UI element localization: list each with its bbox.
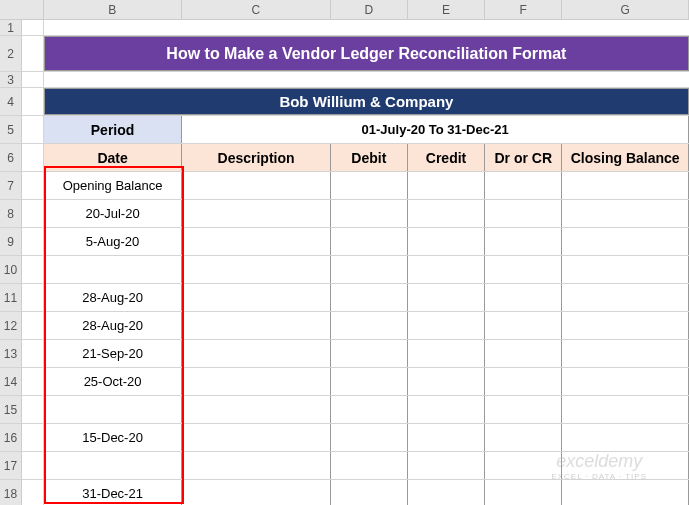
- cell-debit[interactable]: [331, 340, 408, 367]
- row-header-3[interactable]: 3: [0, 72, 22, 87]
- cell-closing[interactable]: [562, 424, 689, 451]
- cell-closing[interactable]: [562, 284, 689, 311]
- row-header-1[interactable]: 1: [0, 20, 22, 35]
- cell-description[interactable]: [182, 396, 330, 423]
- cell-dr-cr[interactable]: [485, 396, 562, 423]
- header-closing[interactable]: Closing Balance: [562, 144, 689, 171]
- cell-credit[interactable]: [408, 228, 485, 255]
- cell-date[interactable]: 31-Dec-21: [44, 480, 183, 505]
- cell-credit[interactable]: [408, 424, 485, 451]
- cell-closing[interactable]: [562, 480, 689, 505]
- row-header-16[interactable]: 16: [0, 424, 22, 451]
- column-header-e[interactable]: E: [408, 0, 485, 19]
- cell-dr-cr[interactable]: [485, 368, 562, 395]
- cell-credit[interactable]: [408, 368, 485, 395]
- row-header-4[interactable]: 4: [0, 88, 22, 115]
- cell-credit[interactable]: [408, 172, 485, 199]
- period-label-cell[interactable]: Period: [44, 116, 183, 143]
- cell-description[interactable]: [182, 368, 330, 395]
- cell-debit[interactable]: [331, 312, 408, 339]
- cell-dr-cr[interactable]: [485, 284, 562, 311]
- cell-debit[interactable]: [331, 424, 408, 451]
- cell-description[interactable]: [182, 228, 330, 255]
- cell-date[interactable]: Opening Balance: [44, 172, 183, 199]
- header-date[interactable]: Date: [44, 144, 183, 171]
- cell-credit[interactable]: [408, 312, 485, 339]
- cell-dr-cr[interactable]: [485, 200, 562, 227]
- cell-debit[interactable]: [331, 396, 408, 423]
- cell-debit[interactable]: [331, 256, 408, 283]
- header-dr-cr[interactable]: Dr or CR: [485, 144, 562, 171]
- cell-credit[interactable]: [408, 452, 485, 479]
- cell-credit[interactable]: [408, 396, 485, 423]
- cell-date[interactable]: [44, 452, 183, 479]
- header-description[interactable]: Description: [182, 144, 330, 171]
- cell-date[interactable]: 5-Aug-20: [44, 228, 183, 255]
- cell-dr-cr[interactable]: [485, 256, 562, 283]
- cell-credit[interactable]: [408, 284, 485, 311]
- column-header-d[interactable]: D: [331, 0, 408, 19]
- header-debit[interactable]: Debit: [331, 144, 408, 171]
- row-header-5[interactable]: 5: [0, 116, 22, 143]
- period-value-cell[interactable]: 01-July-20 To 31-Dec-21: [182, 116, 689, 143]
- cell-description[interactable]: [182, 480, 330, 505]
- cell-description[interactable]: [182, 312, 330, 339]
- cell-dr-cr[interactable]: [485, 172, 562, 199]
- column-header-c[interactable]: C: [182, 0, 330, 19]
- cell-closing[interactable]: [562, 200, 689, 227]
- cell-dr-cr[interactable]: [485, 228, 562, 255]
- cell-closing[interactable]: [562, 396, 689, 423]
- cell-credit[interactable]: [408, 480, 485, 505]
- cell-debit[interactable]: [331, 480, 408, 505]
- cell-closing[interactable]: [562, 256, 689, 283]
- cell-dr-cr[interactable]: [485, 424, 562, 451]
- cell-date[interactable]: 25-Oct-20: [44, 368, 183, 395]
- cell-description[interactable]: [182, 340, 330, 367]
- title-cell[interactable]: How to Make a Vendor Ledger Reconciliati…: [44, 36, 689, 71]
- row-header-12[interactable]: 12: [0, 312, 22, 339]
- cell-dr-cr[interactable]: [485, 312, 562, 339]
- cell-description[interactable]: [182, 452, 330, 479]
- cell-debit[interactable]: [331, 228, 408, 255]
- cell-description[interactable]: [182, 256, 330, 283]
- cell-dr-cr[interactable]: [485, 340, 562, 367]
- row-header-14[interactable]: 14: [0, 368, 22, 395]
- row-header-15[interactable]: 15: [0, 396, 22, 423]
- row-header-7[interactable]: 7: [0, 172, 22, 199]
- cell-closing[interactable]: [562, 172, 689, 199]
- cell-debit[interactable]: [331, 200, 408, 227]
- row-header-8[interactable]: 8: [0, 200, 22, 227]
- row-header-18[interactable]: 18: [0, 480, 22, 505]
- cell-credit[interactable]: [408, 200, 485, 227]
- column-header-g[interactable]: G: [562, 0, 689, 19]
- cell-closing[interactable]: [562, 312, 689, 339]
- header-credit[interactable]: Credit: [408, 144, 485, 171]
- cell-debit[interactable]: [331, 172, 408, 199]
- column-header-b[interactable]: B: [44, 0, 183, 19]
- cell-credit[interactable]: [408, 256, 485, 283]
- cell-debit[interactable]: [331, 452, 408, 479]
- row-header-13[interactable]: 13: [0, 340, 22, 367]
- select-all-corner[interactable]: [0, 0, 44, 19]
- cell-debit[interactable]: [331, 284, 408, 311]
- cell-date[interactable]: 28-Aug-20: [44, 312, 183, 339]
- row-header-10[interactable]: 10: [0, 256, 22, 283]
- row-header-9[interactable]: 9: [0, 228, 22, 255]
- cell-date[interactable]: 15-Dec-20: [44, 424, 183, 451]
- cell-closing[interactable]: [562, 228, 689, 255]
- cell-description[interactable]: [182, 200, 330, 227]
- cell-date[interactable]: [44, 396, 183, 423]
- cell-credit[interactable]: [408, 340, 485, 367]
- cell-description[interactable]: [182, 424, 330, 451]
- cell-date[interactable]: 20-Jul-20: [44, 200, 183, 227]
- cell-description[interactable]: [182, 172, 330, 199]
- cell-date[interactable]: [44, 256, 183, 283]
- company-cell[interactable]: Bob Willium & Company: [44, 88, 689, 115]
- row-header-6[interactable]: 6: [0, 144, 22, 171]
- row-header-11[interactable]: 11: [0, 284, 22, 311]
- cell-dr-cr[interactable]: [485, 480, 562, 505]
- cell-date[interactable]: 21-Sep-20: [44, 340, 183, 367]
- cell-description[interactable]: [182, 284, 330, 311]
- cell-closing[interactable]: [562, 368, 689, 395]
- column-header-f[interactable]: F: [485, 0, 562, 19]
